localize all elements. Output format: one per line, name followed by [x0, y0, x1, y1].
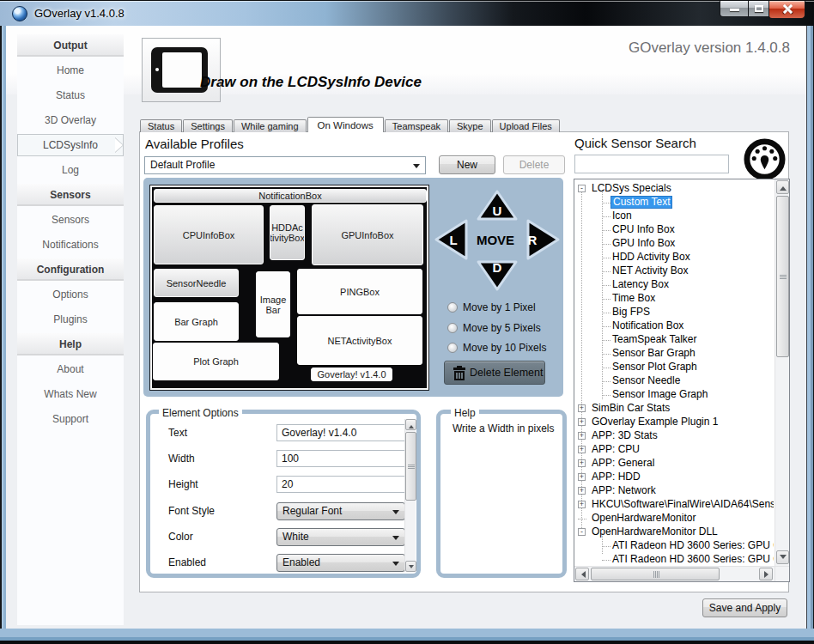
tree-expander-expand-icon[interactable]: +	[578, 432, 586, 440]
scroll-right-button[interactable]	[759, 568, 773, 580]
tree-item-app-general[interactable]: APP: General	[590, 457, 656, 470]
sidebar-item-home[interactable]: Home	[17, 59, 124, 82]
tree-expander-collapse-icon[interactable]: -	[578, 528, 586, 536]
field-font-style-dropdown[interactable]: Regular Font	[276, 502, 405, 520]
lcd-element-pingbox[interactable]: PINGBox	[297, 269, 422, 314]
sidebar-item-support[interactable]: Support	[17, 408, 124, 430]
sidebar-item-3d-overlay[interactable]: 3D Overlay	[17, 109, 124, 131]
tree-expander-collapse-icon[interactable]: -	[578, 185, 586, 192]
tree-item-app-cpu[interactable]: APP: CPU	[590, 443, 641, 456]
radio-move-by-10-pixels[interactable]	[447, 343, 458, 353]
sidebar-item-about[interactable]: About	[17, 358, 124, 380]
tree-item-openhardwaremonitor-dll[interactable]: OpenHardwareMonitor DLL	[590, 526, 720, 538]
scroll-down-button[interactable]	[776, 550, 789, 564]
field-color-dropdown[interactable]: White	[276, 528, 405, 546]
radio-label-move-by-5-pixels[interactable]: Move by 5 Pixels	[463, 322, 541, 334]
tab-on-windows[interactable]: On Windows	[307, 117, 384, 132]
tree-item-hdd-activity-box[interactable]: HDD Activity Box	[610, 251, 692, 264]
sidebar-item-plugins[interactable]: Plugins	[17, 308, 124, 331]
lcd-element-goverlay-v1-4-0[interactable]: Goverlay! v1.4.0	[311, 368, 392, 381]
radio-label-move-by-1-pixel[interactable]: Move by 1 Pixel	[463, 301, 536, 313]
tree-item-sensor-bar-graph[interactable]: Sensor Bar Graph	[610, 347, 697, 360]
tree-expander-expand-icon[interactable]: +	[578, 473, 586, 481]
tab-while-gaming[interactable]: While gaming	[234, 119, 307, 132]
tree-item-ati-radeon-hd-3600-series-gpu-co[interactable]: ATI Radeon HD 3600 Series: GPU Co	[610, 539, 774, 552]
sidebar-item-whats-new[interactable]: Whats New	[17, 383, 124, 405]
scroll-thumb[interactable]	[776, 196, 789, 357]
tree-item-time-box[interactable]: Time Box	[610, 292, 657, 305]
tab-settings[interactable]: Settings	[183, 119, 233, 132]
close-button[interactable]	[768, 1, 805, 19]
sensor-search-input[interactable]	[574, 155, 729, 173]
tab-upload-files[interactable]: Upload Files	[492, 119, 560, 132]
tree-vertical-scrollbar[interactable]	[775, 179, 789, 566]
tree-item-app-3d-stats[interactable]: APP: 3D Stats	[590, 429, 659, 442]
tree-expander-expand-icon[interactable]: +	[578, 487, 586, 495]
tree-item-cpu-info-box[interactable]: CPU Info Box	[610, 223, 677, 236]
scroll-down-button[interactable]	[405, 561, 416, 572]
tree-item-latency-box[interactable]: Latency Box	[610, 278, 671, 291]
sidebar-item-sensors[interactable]: Sensors	[17, 209, 124, 231]
tree-item-big-fps[interactable]: Big FPS	[610, 306, 652, 319]
lcd-element-netactivitybox[interactable]: NETActivityBox	[297, 316, 422, 365]
tree-item-openhardwaremonitor[interactable]: OpenHardwareMonitor	[590, 512, 697, 525]
lcd-element-hddac-tivitybox[interactable]: HDDAc tivityBox	[270, 205, 305, 260]
field-width-input[interactable]: 100	[276, 450, 405, 467]
sidebar-item-status[interactable]: Status	[17, 84, 124, 106]
element-options-scrollbar[interactable]	[404, 419, 416, 572]
tree-item-ati-radeon-hd-3600-series-gpu-co[interactable]: ATI Radeon HD 3600 Series: GPU Co	[610, 553, 774, 566]
tree-item-icon[interactable]: Icon	[610, 210, 634, 222]
scroll-up-button[interactable]	[776, 180, 789, 194]
tree-expander-expand-icon[interactable]: +	[578, 418, 586, 426]
scroll-thumb[interactable]	[405, 432, 416, 501]
lcd-element-plot-graph[interactable]: Plot Graph	[153, 343, 279, 380]
tree-expander-expand-icon[interactable]: +	[578, 446, 586, 453]
tree-expander-expand-icon[interactable]: +	[578, 501, 586, 508]
tab-teamspeak[interactable]: Teamspeak	[385, 119, 448, 132]
tab-status[interactable]: Status	[140, 119, 182, 132]
lcd-element-bar-graph[interactable]: Bar Graph	[154, 302, 239, 341]
sidebar-item-lcdsysinfo[interactable]: LCDSysInfo	[17, 134, 124, 156]
profile-dropdown[interactable]: Default Profile	[144, 156, 426, 174]
tree-item-goverlay-example-plugin-1[interactable]: GOverlay Example Plugin 1	[590, 416, 720, 428]
tree-item-net-activity-box[interactable]: NET Activity Box	[610, 264, 689, 277]
tree-item-simbin-car-stats[interactable]: SimBin Car Stats	[590, 402, 671, 415]
save-and-apply-button[interactable]: Save and Apply	[702, 598, 787, 617]
sidebar-item-log[interactable]: Log	[17, 159, 124, 181]
tree-item-sensor-needle[interactable]: Sensor Needle	[610, 374, 682, 387]
delete-element-button[interactable]: Delete Element	[444, 361, 545, 385]
delete-profile-button[interactable]: Delete	[503, 155, 565, 174]
tree-item-gpu-info-box[interactable]: GPU Info Box	[610, 237, 677, 250]
lcd-element-cpuinfobox[interactable]: CPUInfoBox	[154, 205, 264, 264]
sidebar-item-notifications[interactable]: Notifications	[17, 234, 124, 256]
tree-item-teamspeak-talker[interactable]: TeamSpeak Talker	[610, 333, 699, 346]
tab-skype[interactable]: Skype	[449, 119, 491, 132]
tree-item-app-hdd[interactable]: APP: HDD	[590, 471, 642, 483]
tree-item-sensor-plot-graph[interactable]: Sensor Plot Graph	[610, 361, 699, 374]
lcd-element-gpuinfobox[interactable]: GPUInfoBox	[312, 204, 423, 265]
sidebar-item-options[interactable]: Options	[17, 283, 124, 306]
field-enabled-dropdown[interactable]: Enabled	[276, 554, 405, 572]
tree-item-sensor-image-graph[interactable]: Sensor Image Graph	[610, 388, 709, 401]
maximize-button[interactable]	[748, 1, 769, 17]
scroll-left-button[interactable]	[575, 568, 589, 580]
title-bar[interactable]: GOverlay v1.4.0.8	[0, 0, 814, 26]
radio-move-by-5-pixels[interactable]	[447, 323, 458, 333]
tree-item-hkcu-software-finalwire-aida64-senso[interactable]: HKCU\Software\FinalWire\AIDA64\Senso	[590, 498, 774, 511]
field-height-input[interactable]: 20	[276, 476, 405, 493]
scroll-up-button[interactable]	[405, 419, 416, 430]
tree-item-custom-text[interactable]: Custom Text	[610, 196, 672, 209]
tree-item-app-network[interactable]: APP: Network	[590, 484, 658, 497]
tree-item-lcdsys-specials[interactable]: LCDSys Specials	[590, 182, 673, 195]
lcd-element-sensorneedle[interactable]: SensorNeedle	[154, 269, 239, 297]
radio-label-move-by-10-pixels[interactable]: Move by 10 Pixels	[463, 342, 546, 354]
tree-horizontal-scrollbar[interactable]	[574, 566, 775, 581]
tree-expander-expand-icon[interactable]: +	[578, 404, 586, 412]
lcd-element-image-bar[interactable]: Image Bar	[256, 271, 290, 337]
radio-move-by-1-pixel[interactable]	[447, 302, 458, 313]
minimize-button[interactable]	[720, 1, 749, 17]
tree-item-notification-box[interactable]: Notification Box	[610, 319, 685, 332]
lcd-element-notificationbox[interactable]: NotificationBox	[154, 189, 427, 203]
new-profile-button[interactable]: New	[439, 155, 495, 174]
field-text-input[interactable]: Goverlay! v1.4.0	[276, 424, 405, 441]
